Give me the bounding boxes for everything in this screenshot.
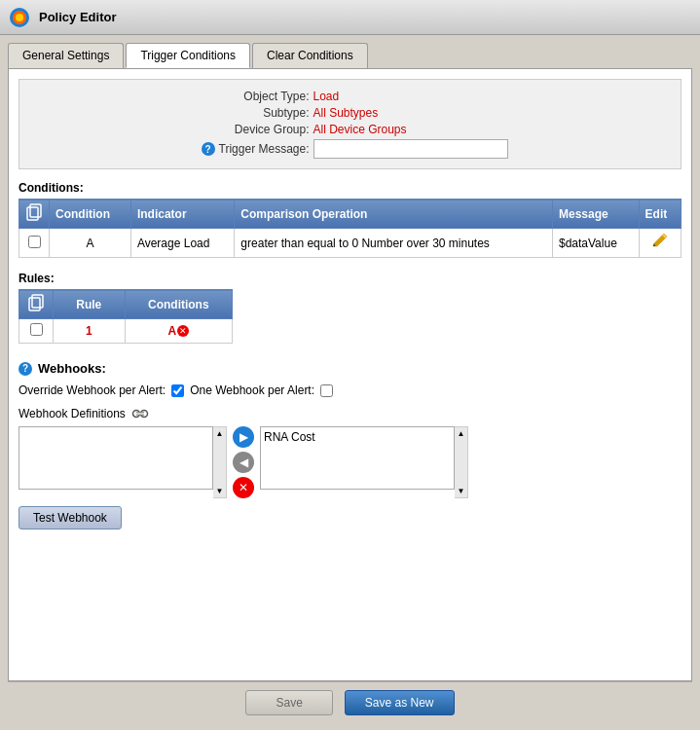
conditions-row-edit-cell (639, 229, 681, 258)
copy-icon-header[interactable] (25, 203, 43, 221)
test-webhook-button[interactable]: Test Webhook (18, 506, 122, 529)
conditions-col-comparison: Comparison Operation (235, 200, 553, 229)
tab-trigger[interactable]: Trigger Conditions (126, 43, 250, 68)
webhooks-options: Override Webhook per Alert: One Webhook … (18, 383, 682, 397)
device-group-value: All Device Groups (313, 123, 508, 136)
object-type-label: Object Type: (193, 90, 310, 103)
condition-badge-a: A (167, 324, 176, 338)
conditions-row-checkbox-cell (19, 229, 50, 258)
subtype-label: Subtype: (193, 106, 310, 120)
conditions-row-indicator: Average Load (130, 229, 234, 258)
help-icon[interactable]: ? (202, 142, 215, 156)
remove-button[interactable]: ✕ (233, 477, 254, 498)
save-as-new-button[interactable]: Save as New (345, 690, 455, 715)
rules-title: Rules: (18, 272, 682, 285)
tab-clear[interactable]: Clear Conditions (252, 43, 368, 68)
move-left-button[interactable]: ◀ (233, 452, 254, 473)
title-bar: Policy Editor (0, 0, 700, 35)
rules-row-checkbox-cell (19, 319, 54, 344)
tab-general[interactable]: General Settings (8, 43, 124, 68)
webhooks-label: Webhooks: (38, 361, 106, 376)
webhook-selected-scrollbar: ▲ ▼ (455, 426, 468, 498)
move-right-button[interactable]: ▶ (233, 426, 254, 448)
object-type-value: Load (313, 90, 508, 103)
one-per-alert-checkbox[interactable] (320, 384, 333, 397)
edit-button[interactable] (651, 233, 669, 253)
rules-table: Rule Conditions 1 A ✕ (18, 289, 233, 344)
conditions-row-comparison: greater than equal to 0 Number over 30 m… (235, 229, 553, 258)
webhook-right-box-wrapper: RNA Cost ▲ ▼ (260, 426, 468, 498)
conditions-row-checkbox[interactable] (28, 236, 41, 248)
trigger-message-input[interactable] (313, 139, 508, 159)
device-group-row: Device Group: All Device Groups (39, 123, 661, 136)
chain-icon (131, 405, 149, 422)
svg-rect-3 (27, 207, 38, 220)
svg-marker-5 (653, 236, 665, 246)
subtype-value: All Subtypes (313, 106, 508, 120)
webhook-selected-item: RNA Cost (264, 430, 315, 444)
svg-rect-12 (136, 413, 144, 416)
table-row: 1 A ✕ (19, 319, 233, 344)
tabs-bar: General Settings Trigger Conditions Clea… (8, 43, 692, 68)
conditions-col-condition: Condition (50, 200, 131, 229)
pencil-icon (651, 233, 669, 250)
override-webhook-checkbox[interactable] (171, 384, 184, 397)
webhooks-help-icon[interactable]: ? (18, 362, 32, 376)
rules-row-rule: 1 (54, 319, 126, 344)
subtype-row: Subtype: All Subtypes (39, 106, 661, 120)
conditions-copy-header (19, 200, 50, 229)
app-icon (8, 6, 31, 29)
scroll-down-arrow: ▼ (216, 487, 224, 495)
webhook-defs-label: Webhook Definitions (18, 405, 682, 422)
scroll-up-arrow: ▲ (216, 429, 224, 438)
webhook-defs-area: ▲ ▼ ▶ ◀ ✕ RNA Cost ▲ ▼ (18, 426, 682, 498)
rules-col-conditions: Conditions (125, 290, 232, 319)
main-panel: Object Type: Load Subtype: All Subtypes … (8, 68, 692, 681)
conditions-col-indicator: Indicator (130, 200, 234, 229)
trigger-message-row: ? Trigger Message: (39, 139, 661, 159)
svg-rect-8 (29, 298, 40, 310)
scroll-down-arrow-right: ▼ (458, 487, 465, 495)
webhook-selected-box[interactable]: RNA Cost (260, 426, 455, 490)
object-type-row: Object Type: Load (39, 90, 661, 103)
rules-copy-header (19, 290, 54, 319)
conditions-title: Conditions: (18, 181, 682, 195)
conditions-section: Conditions: Condition Indicator Comparis… (18, 181, 682, 258)
svg-rect-9 (32, 295, 43, 308)
rules-row-checkbox[interactable] (30, 323, 43, 336)
svg-point-2 (16, 14, 23, 21)
svg-rect-4 (30, 204, 41, 217)
condition-badge: A ✕ (167, 324, 189, 338)
conditions-row-condition: A (50, 229, 131, 258)
trigger-message-label: ? Trigger Message: (193, 142, 310, 156)
scroll-up-arrow-right: ▲ (458, 429, 465, 438)
rules-col-rule: Rule (54, 290, 126, 319)
one-per-alert-label: One Webhook per Alert: (190, 383, 314, 397)
webhook-left-box-wrapper: ▲ ▼ (18, 426, 227, 498)
condition-remove-badge[interactable]: ✕ (177, 325, 189, 337)
device-group-label: Device Group: (193, 123, 310, 136)
conditions-col-message: Message (552, 200, 639, 229)
webhooks-section: ? Webhooks: Override Webhook per Alert: … (18, 361, 682, 529)
info-section: Object Type: Load Subtype: All Subtypes … (18, 79, 682, 169)
webhooks-title: ? Webhooks: (18, 361, 682, 376)
rules-section: Rules: Rule Conditions (18, 272, 682, 344)
save-button[interactable]: Save (245, 690, 332, 715)
webhook-list-box[interactable] (18, 426, 213, 490)
bottom-bar: Save Save as New (8, 681, 692, 722)
conditions-col-edit: Edit (639, 200, 681, 229)
webhook-arrows: ▶ ◀ ✕ (227, 426, 260, 498)
webhook-list-scrollbar: ▲ ▼ (213, 426, 227, 498)
rules-row-conditions: A ✕ (125, 319, 232, 344)
main-content: General Settings Trigger Conditions Clea… (0, 35, 700, 730)
copy-icon-rules-header[interactable] (27, 294, 45, 311)
table-row: A Average Load greater than equal to 0 N… (19, 229, 682, 258)
window-title: Policy Editor (39, 10, 116, 24)
conditions-table: Condition Indicator Comparison Operation… (18, 199, 682, 258)
override-webhook-label: Override Webhook per Alert: (18, 383, 166, 397)
conditions-row-message: $dataValue (552, 229, 639, 258)
